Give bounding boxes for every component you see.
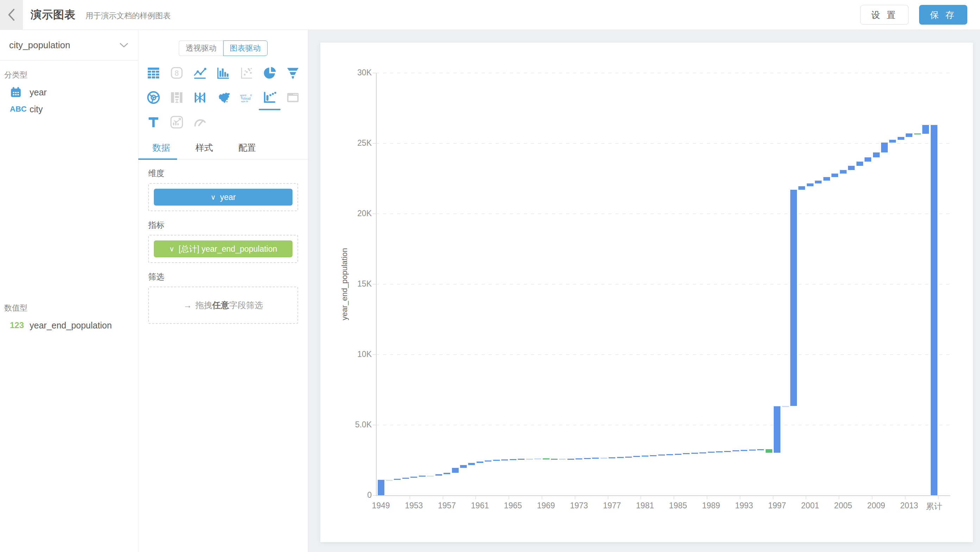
tab-style[interactable]: 样式	[191, 142, 218, 159]
waterfall-bar-1986[interactable]	[683, 453, 690, 454]
chart-type-word-cloud[interactable]: wordBIcloudagileagile Bi	[235, 90, 258, 105]
chart-type-pie-chart[interactable]	[258, 65, 281, 81]
waterfall-bar-2013[interactable]	[906, 134, 912, 137]
waterfall-bar-1985[interactable]	[675, 454, 681, 455]
waterfall-bar-2004[interactable]	[832, 173, 838, 177]
waterfall-bar-1967[interactable]	[526, 459, 533, 460]
mode-pivot-button[interactable]: 透视驱动	[179, 40, 223, 56]
waterfall-bar-1979[interactable]	[625, 457, 632, 458]
waterfall-bar-1995[interactable]	[757, 449, 764, 450]
waterfall-bar-1953[interactable]	[410, 477, 417, 478]
chart-type-text-widget[interactable]	[142, 115, 165, 130]
waterfall-bar-2001[interactable]	[807, 183, 813, 186]
waterfall-bar-2014[interactable]	[914, 134, 921, 134]
waterfall-bar-1962[interactable]	[485, 460, 492, 461]
chart-type-parallel-chart[interactable]	[188, 90, 212, 105]
tab-data[interactable]: 数据	[148, 142, 175, 159]
waterfall-bar-2006[interactable]	[848, 166, 855, 170]
waterfall-bar-1969[interactable]	[543, 458, 549, 460]
waterfall-bar-2012[interactable]	[897, 137, 904, 140]
waterfall-bar-1993[interactable]	[741, 450, 747, 451]
waterfall-bar-1950[interactable]	[386, 480, 393, 481]
waterfall-bar-1951[interactable]	[394, 479, 401, 480]
measure-pill-year-end-population[interactable]: ∨ [总计] year_end_population	[154, 240, 293, 257]
waterfall-bar-1977[interactable]	[609, 457, 615, 458]
chart-type-scatter-chart[interactable]	[235, 65, 258, 81]
field-year_end_population[interactable]: 123year_end_population	[0, 317, 138, 334]
tab-config[interactable]: 配置	[233, 142, 261, 159]
waterfall-bar-2007[interactable]	[856, 162, 863, 166]
waterfall-bar-1987[interactable]	[691, 453, 698, 454]
waterfall-bar-1958[interactable]	[452, 468, 459, 473]
waterfall-bar-1952[interactable]	[402, 478, 409, 479]
filter-dropzone[interactable]: →拖拽任意字段筛选	[148, 286, 298, 324]
waterfall-bar-1972[interactable]	[568, 459, 574, 460]
waterfall-bar-1992[interactable]	[733, 450, 739, 451]
chart-type-radar-chart[interactable]	[142, 90, 165, 105]
waterfall-bar-1975[interactable]	[592, 458, 599, 459]
dimension-dropzone[interactable]: ∨ year	[148, 183, 298, 211]
waterfall-bar-1973[interactable]	[576, 458, 582, 460]
chart-type-line-chart[interactable]	[188, 65, 212, 81]
waterfall-bar-2000[interactable]	[799, 186, 805, 190]
chart-type-funnel-chart[interactable]	[281, 65, 304, 81]
waterfall-bar-1981[interactable]	[642, 455, 648, 457]
chart-type-mix-chart[interactable]	[165, 115, 188, 130]
waterfall-bar-1971[interactable]	[559, 459, 566, 460]
waterfall-bar-1974[interactable]	[584, 458, 591, 459]
back-button[interactable]	[0, 0, 23, 30]
waterfall-bar-2002[interactable]	[815, 181, 822, 183]
waterfall-bar-累计[interactable]	[931, 125, 937, 495]
dimension-pill-year[interactable]: ∨ year	[154, 189, 293, 205]
waterfall-bar-1991[interactable]	[724, 451, 731, 452]
waterfall-bar-1961[interactable]	[477, 461, 483, 463]
waterfall-bar-1996[interactable]	[765, 449, 772, 453]
chart-type-treemap-chart[interactable]	[165, 90, 188, 105]
waterfall-bar-1984[interactable]	[667, 454, 673, 455]
waterfall-bar-2005[interactable]	[840, 170, 846, 173]
chart-type-gauge-chart[interactable]	[188, 115, 212, 130]
settings-button[interactable]: 设 置	[860, 5, 908, 25]
waterfall-bar-1957[interactable]	[444, 473, 450, 474]
waterfall-bar-1959[interactable]	[460, 465, 467, 468]
waterfall-bar-2003[interactable]	[823, 177, 830, 181]
waterfall-bar-1988[interactable]	[700, 452, 706, 453]
waterfall-bar-2011[interactable]	[889, 140, 896, 143]
chart-type-metric-card[interactable]: 8	[165, 65, 188, 81]
waterfall-bar-1980[interactable]	[633, 456, 640, 457]
waterfall-bar-1964[interactable]	[501, 460, 508, 460]
waterfall-bar-1983[interactable]	[658, 455, 665, 455]
waterfall-bar-1956[interactable]	[436, 474, 442, 476]
chart-type-table[interactable]	[142, 65, 165, 81]
waterfall-bar-2009[interactable]	[873, 153, 880, 157]
waterfall-bar-1978[interactable]	[617, 457, 624, 458]
save-button[interactable]: 保 存	[919, 5, 967, 25]
chart-type-waterfall-chart[interactable]	[258, 90, 281, 105]
waterfall-bar-1990[interactable]	[716, 451, 723, 452]
waterfall-bar-2008[interactable]	[865, 157, 871, 162]
waterfall-bar-1965[interactable]	[510, 459, 516, 460]
dataset-selector[interactable]: city_population	[0, 30, 138, 60]
waterfall-bar-1998[interactable]	[782, 406, 789, 407]
waterfall-bar-1954[interactable]	[419, 476, 426, 477]
chart-type-china-map[interactable]	[212, 90, 235, 105]
field-year[interactable]: year	[0, 84, 138, 101]
waterfall-bar-1955[interactable]	[427, 476, 434, 477]
waterfall-bar-1966[interactable]	[518, 459, 525, 460]
field-city[interactable]: ABCcity	[0, 101, 138, 118]
waterfall-bar-1968[interactable]	[535, 458, 541, 460]
waterfall-bar-1963[interactable]	[493, 460, 500, 461]
waterfall-bar-2015[interactable]	[922, 125, 929, 134]
waterfall-bar-1960[interactable]	[468, 463, 475, 465]
waterfall-bar-1994[interactable]	[749, 450, 756, 450]
mode-chart-button[interactable]: 图表驱动	[223, 40, 268, 56]
waterfall-bar-1982[interactable]	[650, 455, 657, 456]
measure-dropzone[interactable]: ∨ [总计] year_end_population	[148, 235, 298, 263]
waterfall-bar-1989[interactable]	[708, 452, 714, 453]
waterfall-bar-1999[interactable]	[790, 190, 797, 406]
waterfall-bar-1970[interactable]	[551, 459, 558, 460]
chart-type-bar-chart[interactable]	[212, 65, 235, 81]
waterfall-bar-2010[interactable]	[881, 143, 888, 153]
chart-type-iframe-embed[interactable]	[281, 90, 304, 105]
waterfall-bar-1949[interactable]	[378, 480, 384, 495]
